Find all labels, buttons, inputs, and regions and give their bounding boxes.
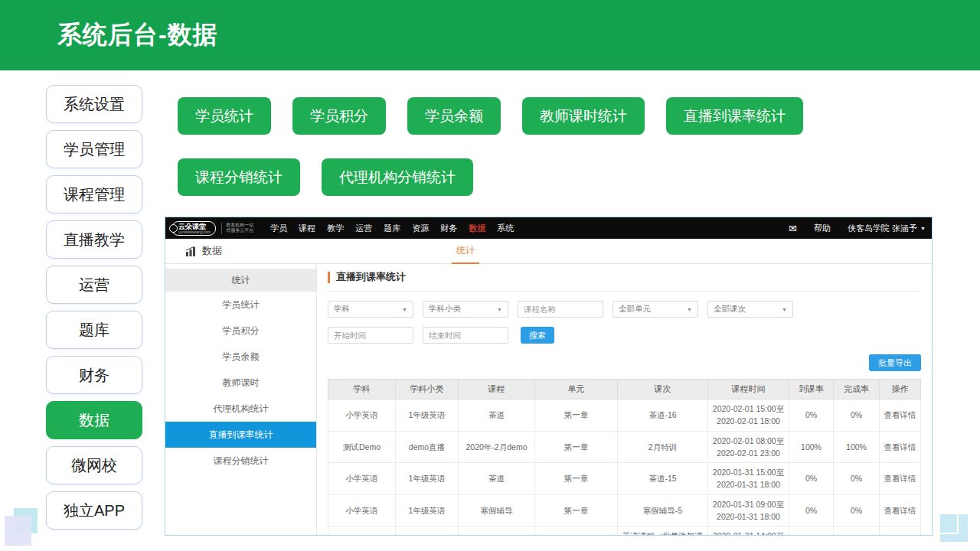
section-title: 直播到课率统计 [336,270,406,284]
chevron-down-icon: ▼ [497,307,502,312]
view-details-link[interactable]: 查看详情 [880,463,921,495]
nav-item-finance[interactable]: 财务 [440,223,457,234]
filter-row-2: 搜索 [328,327,921,344]
start-time-input[interactable] [328,327,413,344]
nav-item-teaching[interactable]: 教学 [327,223,344,234]
table-row: 小学英语 1年级英语 茶道 第一章 茶道-16 2020-02-01 15:00… [328,399,921,432]
quick-button-live-attendance-stats[interactable]: 直播到课率统计 [666,97,803,135]
col-lesson: 课次 [618,380,708,399]
sidebar-item-question-bank[interactable]: 题库 [46,311,142,349]
page: 系统后台-数据 系统设置 学员管理 课程管理 直播教学 运营 题库 财务 数据 … [0,0,980,551]
admin-nav-right: ✉ 帮助 侠客岛学院 张涵予 ▼ [789,223,926,234]
panel-item-live-attendance-stats[interactable]: 直播到课率统计 [165,422,316,448]
table-row: 小学英语 1年级英语 寒假辅导 第一章 寒假辅导-5 2020-01-31 09… [328,494,921,527]
quick-button-teacher-hours-stats[interactable]: 教师课时统计 [522,97,645,135]
quick-button-student-points[interactable]: 学员积分 [292,97,386,135]
decoration-square-left-lavender [5,516,31,546]
quick-button-student-stats[interactable]: 学员统计 [178,97,271,135]
view-details-link[interactable]: 查看详情 [880,431,921,463]
sidebar-item-course-mgmt[interactable]: 课程管理 [46,175,142,214]
sidebar-item-student-mgmt[interactable]: 学员管理 [46,130,142,168]
view-details-link[interactable]: 查看详情 [880,494,921,527]
breadcrumb-label: 数据 [202,244,222,258]
help-link[interactable]: 帮助 [814,223,831,234]
admin-topnav: 云朵课堂 yunduoketang.com 教育机构一站 式服务云平台 学员 课… [165,217,932,239]
quick-button-course-distribution-stats[interactable]: 课程分销统计 [178,158,300,196]
nav-item-system[interactable]: 系统 [497,223,514,234]
panel-item-course-distribution-stats[interactable]: 课程分销统计 [165,448,316,474]
stats-panel: 统计 学员统计 学员积分 学员余额 教师课时 代理机构统计 直播到课率统计 课程… [165,264,317,536]
subject-category-select[interactable]: 学科小类 ▼ [423,301,508,318]
table-row: 测试Demo demo直播 2020年-2月demo 第一章 2月特训 2020… [328,431,921,463]
panel-item-agency-stats[interactable]: 代理机构统计 [165,396,316,422]
nav-item-resources[interactable]: 资源 [412,223,429,234]
col-course: 课程 [459,380,535,399]
sidebar-item-live-teaching[interactable]: 直播教学 [46,220,142,259]
panel-item-student-stats[interactable]: 学员统计 [165,292,316,318]
admin-body: 统计 学员统计 学员积分 学员余额 教师课时 代理机构统计 直播到课率统计 课程… [165,264,932,536]
panel-item-student-points[interactable]: 学员积分 [165,318,316,344]
cloud-logo-icon: 云朵课堂 yunduoketang.com [172,221,216,236]
sidebar-item-system-settings[interactable]: 系统设置 [46,85,142,123]
quick-buttons-row-1: 学员统计 学员积分 学员余额 教师课时统计 直播到课率统计 [178,97,867,135]
col-category: 学科小类 [396,380,459,399]
export-row: 批量导出 [328,354,921,371]
sidebar-item-data[interactable]: 数据 [46,401,142,439]
sidebar-item-standalone-app[interactable]: 独立APP [46,491,142,530]
section-title-row: 直播到课率统计 [328,270,921,292]
admin-nav-menu: 学员 课程 教学 运营 题库 资源 财务 数据 系统 [270,223,514,234]
nav-item-students[interactable]: 学员 [270,223,287,234]
col-completion-rate: 完成率 [834,380,880,399]
search-button[interactable]: 搜索 [521,327,554,344]
nav-item-data[interactable]: 数据 [469,223,485,234]
table-row: 小学英语 1年级英语 茶道 第一章 茶道-15 2020-01-31 15:00… [328,463,921,495]
account-name: 侠客岛学院 张涵予 [848,223,917,234]
view-details-link[interactable]: 查看详情 [880,399,921,432]
col-unit: 单元 [535,380,618,399]
subject-select[interactable]: 学科 ▼ [328,301,413,318]
col-subject: 学科 [328,380,396,399]
chevron-down-icon: ▼ [782,307,787,312]
breadcrumb: 数据 [185,244,222,258]
brand-tagline: 教育机构一站 式服务云平台 [226,223,253,233]
quick-button-student-balance[interactable]: 学员余额 [407,97,501,135]
end-time-input[interactable] [423,327,508,344]
quick-buttons: 学员统计 学员积分 学员余额 教师课时统计 直播到课率统计 课程分销统计 代理机… [178,97,867,220]
tab-statistics[interactable]: 统计 [452,239,479,264]
view-details-link[interactable]: 查看详情 [880,527,921,536]
table-row: 小学英语 1年级英语 寒假辅导 28号章节 英语课程（批量添加课次）-3 202… [328,527,921,536]
panel-item-teacher-hours[interactable]: 教师课时 [165,370,316,396]
sidebar-item-micro-school[interactable]: 微网校 [46,446,142,484]
course-name-input[interactable] [518,301,603,318]
attendance-table: 学科 学科小类 课程 单元 课次 课程时间 到课率 完成率 操作 [328,379,921,536]
table-header-row: 学科 学科小类 课程 单元 课次 课程时间 到课率 完成率 操作 [328,380,921,399]
chevron-down-icon: ▼ [920,226,926,231]
nav-item-question-bank[interactable]: 题库 [384,223,400,234]
logo-divider [221,223,222,234]
batch-export-button[interactable]: 批量导出 [869,354,921,371]
panel-item-student-balance[interactable]: 学员余额 [165,344,316,370]
bar-chart-icon [185,246,197,256]
lesson-select[interactable]: 全部课次 ▼ [707,301,793,318]
col-time: 课程时间 [708,380,789,399]
decoration-square-right-outline [934,510,959,534]
sidebar-item-finance[interactable]: 财务 [46,356,142,394]
brand-logo: 云朵课堂 yunduoketang.com 教育机构一站 式服务云平台 [172,221,253,236]
nav-item-operations[interactable]: 运营 [355,223,372,234]
account-menu[interactable]: 侠客岛学院 张涵予 ▼ [848,223,926,234]
col-actions: 操作 [880,380,921,399]
envelope-icon[interactable]: ✉ [789,223,797,233]
unit-select[interactable]: 全部单元 ▼ [612,301,698,318]
page-header: 系统后台-数据 [0,0,980,70]
filter-row-1: 学科 ▼ 学科小类 ▼ 全部单元 ▼ 全部课次 ▼ [328,301,921,318]
quick-buttons-row-2: 课程分销统计 代理机构分销统计 [178,158,867,196]
sidebar-item-operations[interactable]: 运营 [46,266,142,304]
sidebar: 系统设置 学员管理 课程管理 直播教学 运营 题库 财务 数据 微网校 独立AP… [46,85,142,530]
stats-main: 直播到课率统计 学科 ▼ 学科小类 ▼ 全部单元 ▼ [317,264,932,536]
title-accent-bar [328,272,330,283]
chevron-down-icon: ▼ [402,307,407,312]
quick-button-agency-distribution-stats[interactable]: 代理机构分销统计 [322,158,473,196]
nav-item-courses[interactable]: 课程 [299,223,315,234]
chevron-down-icon: ▼ [687,307,692,312]
stats-panel-header: 统计 [165,269,316,292]
